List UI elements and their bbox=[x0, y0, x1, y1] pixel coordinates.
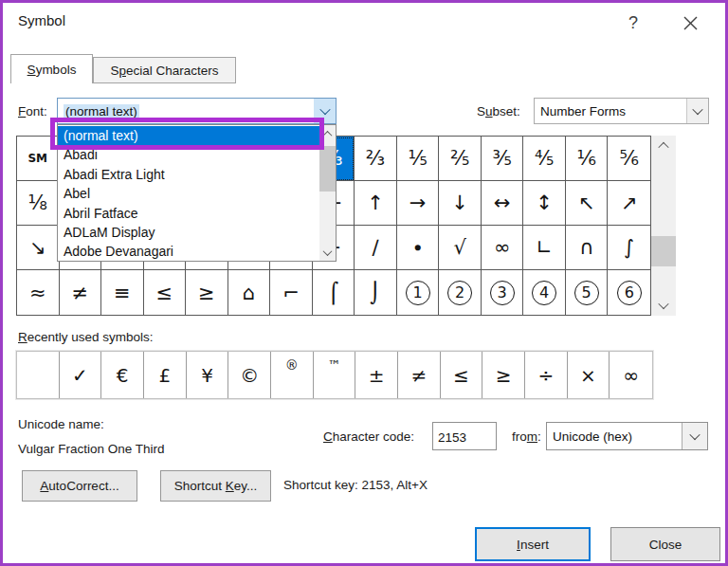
font-list-item[interactable]: Abril Fatface bbox=[58, 204, 319, 223]
subset-combobox-dropdown-button[interactable] bbox=[686, 99, 708, 123]
recent-symbol-cell[interactable]: ≠ bbox=[398, 352, 441, 398]
scrollbar-thumb[interactable] bbox=[319, 146, 336, 192]
symbol-cell[interactable]: ∙ bbox=[397, 226, 440, 270]
symbol-cell[interactable]: ⅚ bbox=[608, 137, 650, 181]
symbol-cell[interactable]: 1 bbox=[397, 270, 440, 315]
recent-symbol-cell[interactable]: ™ bbox=[314, 352, 356, 398]
symbol-cell[interactable]: ⅘ bbox=[523, 137, 566, 181]
recent-symbol-cell[interactable]: ± bbox=[355, 352, 398, 398]
help-icon: ? bbox=[628, 13, 638, 33]
recent-symbol-cell[interactable]: € bbox=[101, 352, 144, 398]
font-combobox-dropdown-button[interactable] bbox=[314, 99, 336, 123]
shortcut-key-status: Shortcut key: 2153, Alt+X bbox=[283, 478, 428, 492]
symbol-cell[interactable]: ⅛ bbox=[17, 181, 60, 226]
scroll-down-icon[interactable] bbox=[319, 244, 336, 261]
symbol-cell[interactable]: 5 bbox=[566, 270, 609, 315]
symbol-cell[interactable]: ↗ bbox=[608, 181, 650, 226]
symbol-cell[interactable]: ∩ bbox=[566, 226, 609, 270]
symbol-grid-scrollbar[interactable] bbox=[651, 136, 676, 316]
symbol-cell[interactable]: ⌐ bbox=[270, 270, 313, 315]
symbol-cell[interactable]: ⅕ bbox=[397, 137, 440, 181]
recent-symbol-cell[interactable]: © bbox=[228, 352, 271, 398]
symbol-cell[interactable]: ⅗ bbox=[482, 137, 524, 181]
symbol-cell[interactable]: ⌠ bbox=[313, 270, 355, 315]
symbol-cell[interactable]: ⅖ bbox=[439, 137, 482, 181]
recent-symbol-cell[interactable]: ≥ bbox=[482, 352, 525, 398]
character-code-input[interactable] bbox=[432, 422, 497, 450]
font-list-item[interactable]: Adobe Devanagari bbox=[58, 242, 319, 261]
unicode-name-value: Vulgar Fraction One Third bbox=[18, 442, 165, 456]
symbol-cell[interactable]: ≤ bbox=[144, 270, 187, 315]
symbol-cell[interactable]: ↕ bbox=[523, 181, 566, 226]
scroll-up-icon[interactable] bbox=[651, 136, 676, 156]
symbol-cell[interactable]: ≥ bbox=[186, 270, 228, 315]
symbol-cell[interactable]: ↓ bbox=[439, 181, 482, 226]
close-window-button[interactable] bbox=[674, 9, 706, 37]
font-list-item[interactable]: Abadi bbox=[58, 145, 319, 164]
font-list-item[interactable]: ADLaM Display bbox=[58, 223, 319, 242]
recent-symbols-grid: ✓€£¥©®™±≠≤≥÷×∞ bbox=[16, 351, 653, 399]
unicode-name-label: Unicode name: bbox=[18, 417, 104, 431]
symbol-cell[interactable]: ↑ bbox=[355, 181, 397, 226]
help-button[interactable]: ? bbox=[617, 9, 649, 37]
recent-symbol-cell[interactable]: ✓ bbox=[60, 352, 102, 398]
close-button[interactable]: Close bbox=[610, 527, 720, 561]
symbol-cell[interactable]: 4 bbox=[523, 270, 566, 315]
symbol-cell[interactable]: → bbox=[397, 181, 440, 226]
symbol-cell[interactable]: ⅙ bbox=[566, 137, 609, 181]
chevron-down-icon bbox=[689, 429, 700, 440]
font-dropdown-items: (normal text)AbadiAbadi Extra LightAbelA… bbox=[58, 126, 319, 261]
scrollbar-thumb[interactable] bbox=[651, 236, 676, 266]
tab-symbols-label: Symbols bbox=[27, 63, 77, 77]
scroll-up-icon[interactable] bbox=[319, 125, 336, 142]
recent-symbol-cell[interactable]: ∞ bbox=[610, 352, 652, 398]
recent-symbol-cell[interactable]: ÷ bbox=[525, 352, 568, 398]
symbol-cell[interactable]: 2 bbox=[439, 270, 482, 315]
tab-special-characters[interactable]: Special Characters bbox=[93, 57, 236, 83]
symbol-dialog: Symbol ? Symbols Special Characters Font… bbox=[0, 0, 728, 566]
font-combobox[interactable]: (normal text) bbox=[57, 98, 337, 124]
symbol-cell[interactable]: ≈ bbox=[17, 270, 60, 315]
symbol-cell[interactable]: ⌡ bbox=[355, 270, 397, 315]
font-list-item[interactable]: Abel bbox=[58, 184, 319, 203]
symbol-cell[interactable]: ≠ bbox=[60, 270, 102, 315]
from-combobox-dropdown-button[interactable] bbox=[682, 423, 707, 449]
symbol-cell[interactable]: ⌂ bbox=[228, 270, 271, 315]
symbol-cell[interactable]: ∞ bbox=[482, 226, 524, 270]
symbol-cell[interactable]: ∕ bbox=[355, 226, 397, 270]
symbol-cell[interactable]: ↔ bbox=[482, 181, 524, 226]
symbol-cell[interactable]: ↖ bbox=[566, 181, 609, 226]
font-label: Font: bbox=[18, 104, 47, 119]
recent-symbol-cell[interactable] bbox=[17, 352, 60, 398]
font-list-item[interactable]: (normal text) bbox=[58, 126, 319, 145]
recent-symbol-cell[interactable]: ¥ bbox=[187, 352, 229, 398]
symbol-cell[interactable]: 3 bbox=[482, 270, 524, 315]
symbol-cell[interactable]: ≡ bbox=[101, 270, 144, 315]
recent-symbol-cell[interactable]: £ bbox=[144, 352, 187, 398]
recent-symbol-cell[interactable]: ® bbox=[271, 352, 314, 398]
symbol-cell[interactable]: ⅔ bbox=[355, 137, 397, 181]
tab-symbols[interactable]: Symbols bbox=[10, 54, 93, 83]
symbol-cell[interactable]: 6 bbox=[608, 270, 650, 315]
shortcut-key-button[interactable]: Shortcut Key... bbox=[160, 470, 271, 502]
font-combobox-value: (normal text) bbox=[64, 104, 139, 119]
scroll-down-icon[interactable] bbox=[651, 295, 676, 316]
subset-combobox[interactable]: Number Forms bbox=[534, 98, 709, 124]
insert-button[interactable]: Insert bbox=[475, 527, 591, 561]
chevron-down-icon bbox=[692, 104, 702, 115]
symbol-cell[interactable]: ∟ bbox=[523, 226, 566, 270]
recent-symbol-cell[interactable]: × bbox=[568, 352, 610, 398]
font-list-item[interactable]: Abadi Extra Light bbox=[58, 165, 319, 184]
tab-special-characters-label: Special Characters bbox=[110, 64, 218, 78]
autocorrect-button[interactable]: AutoCorrect... bbox=[22, 470, 137, 502]
symbol-cell[interactable]: √ bbox=[439, 226, 482, 270]
from-combobox-value: Unicode (hex) bbox=[547, 429, 682, 444]
symbol-cell[interactable]: ∫ bbox=[608, 226, 650, 270]
recent-symbols-label: Recently used symbols: bbox=[18, 330, 154, 344]
symbol-cell[interactable]: SM bbox=[17, 137, 60, 181]
font-list-scrollbar[interactable] bbox=[319, 125, 336, 261]
symbol-cell[interactable]: ↘ bbox=[17, 226, 60, 270]
subset-label: Subset: bbox=[477, 104, 520, 119]
from-combobox[interactable]: Unicode (hex) bbox=[546, 422, 708, 450]
recent-symbol-cell[interactable]: ≤ bbox=[441, 352, 483, 398]
